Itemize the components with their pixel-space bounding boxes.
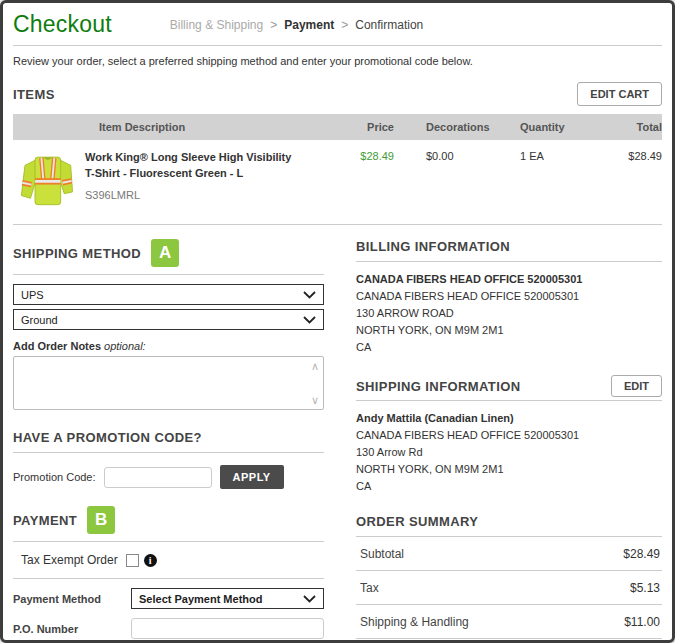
billing-line: CA: [356, 339, 662, 356]
payment-method-row: Payment Method Select Payment Method: [13, 588, 324, 609]
shipping-line: NORTH YORK, ON M9M 2M1: [356, 461, 662, 478]
po-number-row: P.O. Number: [13, 618, 324, 639]
shipping-carrier-select[interactable]: UPS: [13, 284, 324, 305]
breadcrumb-separator: >: [270, 18, 277, 32]
chevron-down-icon: [303, 316, 316, 324]
checkout-page: Checkout Billing & Shipping > Payment > …: [0, 0, 675, 643]
hi-vis-shirt-image: [17, 148, 75, 212]
po-number-label: P.O. Number: [13, 623, 131, 635]
summary-row-total: Total $44.62: [356, 639, 662, 643]
tax-exempt-label: Tax Exempt Order: [21, 553, 118, 567]
divider: [356, 400, 662, 401]
info-icon[interactable]: [144, 554, 157, 567]
items-heading: ITEMS: [13, 87, 55, 102]
items-table-header: Item Description Price Decorations Quant…: [13, 114, 662, 140]
shipping-service-value: Ground: [21, 314, 58, 326]
billing-line: NORTH YORK, ON M9M 2M1: [356, 322, 662, 339]
tax-value: $5.13: [630, 581, 660, 595]
tax-label: Tax: [360, 581, 379, 595]
order-summary-header: ORDER SUMMARY: [356, 514, 662, 529]
page-title: Checkout: [13, 11, 112, 38]
promotion-heading: HAVE A PROMOTION CODE?: [13, 430, 202, 445]
breadcrumb-payment[interactable]: Payment: [284, 18, 334, 32]
shipping-info-heading: SHIPPING INFORMATION: [356, 379, 520, 394]
divider: [13, 274, 324, 275]
payment-method-label: Payment Method: [13, 593, 131, 605]
edit-shipping-button[interactable]: EDIT: [611, 375, 662, 397]
annotation-badge-a: A: [151, 239, 179, 267]
column-item-description: Item Description: [85, 121, 332, 133]
summary-row-shipping: Shipping & Handling $11.00: [356, 605, 662, 639]
divider: [13, 452, 324, 453]
shipping-method-header: SHIPPING METHOD A: [13, 239, 324, 267]
summary-row-subtotal: Subtotal $28.49: [356, 537, 662, 571]
payment-header: PAYMENT B: [13, 506, 324, 534]
apply-button[interactable]: APPLY: [220, 465, 284, 489]
shipping-service-select[interactable]: Ground: [13, 309, 324, 330]
billing-name: CANADA FIBERS HEAD OFFICE 520005301: [356, 271, 662, 288]
chevron-down-icon: [303, 291, 316, 299]
shipping-carrier-value: UPS: [21, 289, 44, 301]
breadcrumb: Billing & Shipping > Payment > Confirmat…: [170, 18, 424, 32]
breadcrumb-separator: >: [341, 18, 348, 32]
product-image: [13, 146, 85, 214]
shipping-line: CANADA FIBERS HEAD OFFICE 520005301: [356, 427, 662, 444]
shipping-method-heading: SHIPPING METHOD: [13, 246, 141, 261]
billing-info-heading: BILLING INFORMATION: [356, 239, 510, 254]
product-decorations: $0.00: [394, 146, 488, 162]
product-price: $28.49: [332, 146, 394, 162]
table-row: Work King® Long Sleeve High Visibility T…: [13, 140, 662, 225]
promotion-row: Promotion Code: APPLY: [13, 465, 324, 489]
shipping-address: Andy Mattila (Canadian Linen) CANADA FIB…: [356, 410, 662, 495]
order-notes-label: Add Order Notes optional:: [13, 340, 324, 352]
shipping-line: 130 Arrow Rd: [356, 444, 662, 461]
shipping-handling-value: $11.00: [624, 615, 660, 629]
payment-method-select[interactable]: Select Payment Method: [131, 588, 324, 609]
items-section-header: ITEMS EDIT CART: [13, 82, 662, 106]
promotion-code-label: Promotion Code:: [13, 471, 96, 483]
breadcrumb-confirmation[interactable]: Confirmation: [355, 18, 423, 32]
edit-cart-button[interactable]: EDIT CART: [577, 82, 662, 106]
column-total: Total: [584, 121, 662, 133]
shipping-name: Andy Mattila (Canadian Linen): [356, 410, 662, 427]
payment-heading: PAYMENT: [13, 513, 77, 528]
tax-exempt-checkbox[interactable]: [126, 554, 139, 567]
promotion-header: HAVE A PROMOTION CODE?: [13, 430, 324, 445]
page-header: Checkout Billing & Shipping > Payment > …: [13, 3, 662, 46]
shipping-handling-label: Shipping & Handling: [360, 615, 469, 629]
divider: [13, 541, 324, 542]
column-decorations: Decorations: [394, 121, 488, 133]
product-total: $28.49: [584, 146, 662, 162]
subtotal-label: Subtotal: [360, 547, 404, 561]
product-name[interactable]: Work King® Long Sleeve High Visibility T…: [85, 146, 332, 182]
shipping-line: CA: [356, 478, 662, 495]
annotation-badge-b: B: [87, 506, 115, 534]
column-quantity: Quantity: [488, 121, 584, 133]
chevron-down-icon: [303, 595, 316, 603]
po-number-input[interactable]: [131, 618, 324, 639]
summary-row-tax: Tax $5.13: [356, 571, 662, 605]
product-quantity: 1 EA: [488, 146, 584, 162]
billing-line: 130 ARROW ROAD: [356, 305, 662, 322]
breadcrumb-billing-shipping[interactable]: Billing & Shipping: [170, 18, 263, 32]
order-notes-textarea[interactable]: [13, 356, 324, 410]
promotion-code-input[interactable]: [104, 467, 212, 488]
divider: [356, 261, 662, 262]
shipping-info-header: SHIPPING INFORMATION EDIT: [356, 375, 662, 397]
billing-info-header: BILLING INFORMATION: [356, 239, 662, 254]
billing-address: CANADA FIBERS HEAD OFFICE 520005301 CANA…: [356, 271, 662, 356]
column-price: Price: [332, 121, 394, 133]
subtotal-value: $28.49: [623, 547, 660, 561]
intro-text: Review your order, select a preferred sh…: [13, 46, 662, 80]
product-sku: S396LMRL: [85, 189, 332, 201]
billing-line: CANADA FIBERS HEAD OFFICE 520005301: [356, 288, 662, 305]
order-summary-heading: ORDER SUMMARY: [356, 514, 478, 529]
payment-method-value: Select Payment Method: [139, 593, 262, 605]
